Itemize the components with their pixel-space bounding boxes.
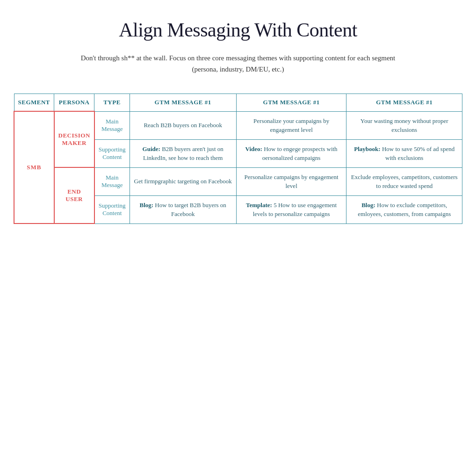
type-main-message-2: MainMessage xyxy=(94,167,130,195)
msg-dm-support-3: Playbook: How to save 50% of ad spend wi… xyxy=(346,139,462,167)
header-gtm3: GTM MESSAGE #1 xyxy=(346,94,462,112)
table-row: ENDUSER MainMessage Get firmpgraphic tar… xyxy=(14,167,462,195)
label-guide: Guide: xyxy=(143,145,160,152)
msg-eu-support-2: Template: 5 How to use engagement levels… xyxy=(236,195,346,224)
msg-eu-main-1: Get firmpgraphic targeting on Facebook xyxy=(130,167,236,195)
label-playbook: Playbook: xyxy=(354,145,380,152)
content-table: SEGMENT PERSONA TYPE GTM MESSAGE #1 GTM … xyxy=(14,94,462,224)
page-container: Align Messaging With Content Don't throu… xyxy=(14,19,462,224)
msg-dm-main-2: Personalize your campaigns by engagement… xyxy=(236,111,346,139)
table-row: SMB DECISIONMAKER MainMessage Reach B2B … xyxy=(14,111,462,139)
persona-decision-maker: DECISIONMAKER xyxy=(54,111,94,167)
label-template: Template: xyxy=(246,202,272,209)
msg-dm-support-2: Video: How to engege prospects with oers… xyxy=(236,139,346,167)
header-persona: PERSONA xyxy=(54,94,94,112)
page-subtitle: Don't through sh** at the wall. Focus on… xyxy=(79,52,397,75)
header-row: SEGMENT PERSONA TYPE GTM MESSAGE #1 GTM … xyxy=(14,94,462,112)
header-type: TYPE xyxy=(94,94,130,112)
msg-eu-support-1: Blog: How to target B2B buyers on Facebo… xyxy=(130,195,236,224)
page-title: Align Messaging With Content xyxy=(14,19,462,41)
persona-end-user: ENDUSER xyxy=(54,167,94,224)
segment-smb: SMB xyxy=(14,111,54,224)
msg-dm-main-3: Your wasting money without proper exclus… xyxy=(346,111,462,139)
label-blog-1: Blog: xyxy=(139,202,153,209)
header-gtm2: GTM MESSAGE #1 xyxy=(236,94,346,112)
type-main-message-1: MainMessage xyxy=(94,111,130,139)
label-video: Video: xyxy=(245,145,262,152)
msg-dm-support-1: Guide: B2B buyers aren't just on LinkedI… xyxy=(130,139,236,167)
msg-dm-main-1: Reach B2B buyers on Facebook xyxy=(130,111,236,139)
type-supporting-1: SupportingContent xyxy=(94,139,130,167)
msg-eu-support-3: Blog: How to exclude competitors, emloye… xyxy=(346,195,462,224)
msg-eu-main-2: Personalize campaigns by engagement leve… xyxy=(236,167,346,195)
label-blog-2: Blog: xyxy=(361,202,375,209)
header-segment: SEGMENT xyxy=(14,94,54,112)
msg-eu-main-3: Exclude employees, campetitors, customer… xyxy=(346,167,462,195)
header-gtm1: GTM MESSAGE #1 xyxy=(130,94,236,112)
type-supporting-2: SupportingContent xyxy=(94,195,130,224)
